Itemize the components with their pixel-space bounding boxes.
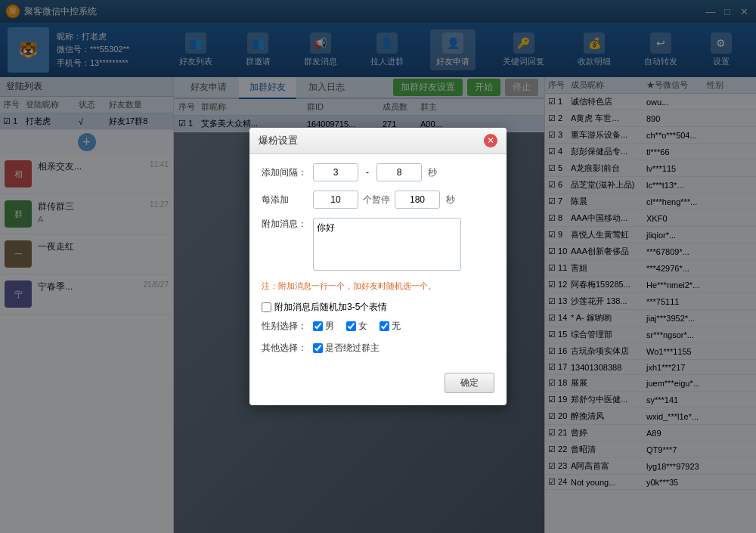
confirm-button[interactable]: 确定 <box>445 373 494 393</box>
gender-label: 性别选择： <box>262 320 308 333</box>
dialog-footer: 确定 <box>249 373 507 393</box>
dialog-close-button[interactable]: ✕ <box>484 134 497 147</box>
gender-female-checkbox[interactable] <box>346 321 356 331</box>
message-textarea[interactable]: 你好 <box>313 218 461 271</box>
other-row: 其他选择： 是否绕过群主 <box>262 342 494 355</box>
add-count-label: 每添加 <box>262 194 308 206</box>
pause-seconds-input[interactable] <box>395 191 440 209</box>
filter-owner-label: 是否绕过群主 <box>313 342 380 355</box>
add-count-input[interactable] <box>313 191 358 209</box>
min-interval-input[interactable] <box>313 163 358 181</box>
filter-owner-checkbox[interactable] <box>313 343 323 353</box>
gender-row: 性别选择： 男 女 无 <box>262 320 494 333</box>
gender-male-checkbox[interactable] <box>313 321 323 331</box>
pause-unit: 秒 <box>446 194 455 206</box>
gender-female-label: 女 <box>346 320 367 333</box>
gender-male-label: 男 <box>313 320 334 333</box>
add-interval-row: 添加间隔： - 秒 <box>262 163 494 181</box>
random-emoji-label: 附加消息后随机加3-5个表情 <box>274 301 387 314</box>
other-label: 其他选择： <box>262 342 308 355</box>
dialog-body: 添加间隔： - 秒 每添加 个暂停 秒 附加消息： 你好 注：附加消息一行一个，… <box>249 154 507 373</box>
dialog-overlay: 爆粉设置 ✕ 添加间隔： - 秒 每添加 个暂停 秒 附加消息： <box>0 0 756 533</box>
gender-options: 男 女 无 <box>313 320 401 333</box>
dialog-title: 爆粉设置 ✕ <box>249 128 507 154</box>
message-row: 附加消息： 你好 <box>262 218 494 271</box>
random-emoji-checkbox[interactable] <box>262 302 271 312</box>
add-interval-label: 添加间隔： <box>262 166 308 179</box>
gender-none-checkbox[interactable] <box>380 321 389 331</box>
gender-none-label: 无 <box>380 320 401 333</box>
max-interval-input[interactable] <box>376 163 422 181</box>
pause-label: 个暂停 <box>363 194 390 206</box>
add-count-row: 每添加 个暂停 秒 <box>262 191 494 209</box>
dialog-baofensz: 爆粉设置 ✕ 添加间隔： - 秒 每添加 个暂停 秒 附加消息： <box>249 128 507 405</box>
interval-unit: 秒 <box>428 166 437 179</box>
form-note: 注：附加消息一行一个，加好友时随机选一个。 <box>262 280 494 293</box>
message-label: 附加消息： <box>262 218 308 231</box>
random-emoji-row: 附加消息后随机加3-5个表情 <box>262 301 494 314</box>
